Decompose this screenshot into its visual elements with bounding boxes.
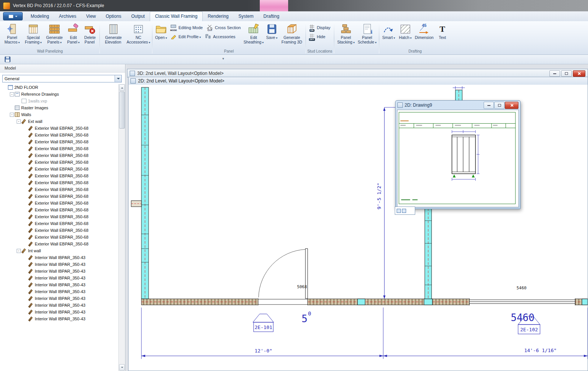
tree-expander[interactable]: - — [17, 249, 21, 253]
drawing9-maximize-button[interactable] — [494, 102, 504, 109]
tree-item[interactable]: Exterior Wall EBPAR_350-68 — [0, 172, 119, 179]
tree-item[interactable]: Exterior Wall EBPAR_350-68 — [0, 125, 119, 132]
tree-expander[interactable] — [23, 174, 28, 178]
hide-studs-button[interactable]: OFF Hide — [307, 33, 333, 41]
tree-item[interactable]: Exterior Wall EBPAR_350-68 — [0, 220, 119, 227]
tree-item[interactable]: Raster Images — [0, 104, 119, 111]
tree-expander[interactable] — [23, 133, 28, 137]
accessories-button[interactable]: Accessories — [203, 33, 237, 41]
tab-view[interactable]: View — [81, 12, 101, 21]
dropdown-arrow-button[interactable] — [115, 75, 121, 82]
floating-window-titlebar[interactable]: 2D: Drawing9 — [396, 101, 520, 109]
tree-expander[interactable] — [23, 215, 28, 219]
tree-expander[interactable] — [23, 126, 28, 130]
tree-expander[interactable] — [23, 181, 28, 185]
drawing9-minimize-button[interactable] — [484, 102, 494, 109]
panel-stacking-button[interactable]: Panel Stacking▾ — [335, 22, 357, 45]
drawing9-canvas[interactable] — [397, 110, 519, 207]
3d-restore-button[interactable] — [561, 70, 572, 77]
display-studs-button[interactable]: ON Display — [307, 23, 333, 32]
model-filter-dropdown[interactable]: General — [2, 75, 122, 82]
tree-expander[interactable] — [23, 154, 28, 158]
tree-expander[interactable] — [23, 222, 28, 226]
tree-expander[interactable] — [23, 201, 28, 205]
tree-item[interactable]: Exterior Wall EBPAR_350-68 — [0, 152, 119, 159]
tree-expander[interactable] — [23, 283, 28, 287]
tree-expander[interactable] — [23, 262, 28, 267]
editing-mode-button[interactable]: MODE Editing Mode — [169, 23, 205, 32]
application-menu-button[interactable] — [3, 12, 23, 20]
edit-profile-button[interactable]: Edit Profile▾ — [169, 33, 203, 41]
tree-item[interactable]: Interior Wall IBPAR_350-43 — [0, 275, 119, 281]
3d-minimize-button[interactable] — [549, 70, 560, 77]
tree-expander[interactable] — [23, 317, 28, 321]
tab-archives[interactable]: Archives — [54, 12, 81, 21]
edit-sheathing-button[interactable]: Edit Sheathing▾ — [243, 22, 264, 45]
tree-expander[interactable] — [23, 208, 28, 212]
tree-item[interactable]: 2ND FLOOR — [0, 84, 119, 91]
text-tool-button[interactable]: T Text — [435, 22, 450, 40]
edit-panel-button[interactable]: Edit Panel▾ — [65, 22, 82, 45]
tree-item[interactable]: Exterior Wall EBPAR_350-68 — [0, 166, 119, 172]
drawing9-close-button[interactable] — [505, 102, 518, 109]
tree-item[interactable]: Interior Wall IBPAR_350-43 — [0, 268, 119, 275]
tree-item[interactable]: - Ext wall — [0, 118, 119, 125]
tree-item[interactable]: - Reference Drawings — [0, 91, 119, 98]
tree-expander[interactable] — [23, 235, 28, 239]
tree-item[interactable]: Exterior Wall EBPAR_350-68 — [0, 138, 119, 145]
nc-accessories-button[interactable]: NC Accessories▾ — [126, 22, 151, 45]
floating-window-drawing9[interactable]: 2D: Drawing9 — [395, 100, 521, 209]
tree-item[interactable]: 1walls.vxp — [0, 98, 119, 104]
hatch-button[interactable]: Hatch▾ — [397, 22, 414, 41]
generate-panels-button[interactable]: Generate Panels▾ — [44, 22, 65, 45]
tree-item[interactable]: Interior Wall IBPAR_350-43 — [0, 254, 119, 261]
tree-item[interactable]: Interior Wall IBPAR_350-43 — [0, 261, 119, 268]
tree-expander[interactable] — [23, 140, 28, 144]
ribbon-collapse-chevron[interactable]: ▾ — [222, 57, 224, 61]
dimension-button[interactable]: 45 Dimension — [414, 22, 435, 40]
tree-expander[interactable]: - — [10, 113, 14, 117]
panel-macros-button[interactable]: Panel Macros▾ — [2, 22, 23, 45]
tree-item[interactable]: Interior Wall IBPAR_350-43 — [0, 288, 119, 295]
tree-expander[interactable] — [3, 85, 7, 90]
window-3d-titlebar[interactable]: 3D: 2nd Level, Wall Layout<Option Model> — [127, 69, 588, 78]
3d-close-button[interactable] — [573, 70, 585, 77]
tree-item[interactable]: Interior Wall IBPAR_350-43 — [0, 302, 119, 309]
tree-item[interactable]: Interior Wall IBPAR_350-43 — [0, 309, 119, 315]
generate-framing-3d-button[interactable]: Generate Framing 3D — [279, 22, 304, 45]
tree-expander[interactable] — [23, 228, 28, 233]
tab-classic-wall-framing[interactable]: Classic Wall Framing — [150, 11, 203, 22]
tree-item[interactable]: Exterior Wall EBPAR_350-68 — [0, 193, 119, 200]
smart-drafting-button[interactable]: Smart▾ — [380, 22, 397, 41]
tab-modeling[interactable]: Modeling — [26, 12, 54, 21]
tree-expander[interactable] — [23, 296, 28, 301]
tab-rendering[interactable]: Rendering — [203, 12, 233, 21]
scroll-down-arrow[interactable] — [119, 364, 125, 371]
generate-elevation-button[interactable]: Generate Elevation — [101, 22, 126, 45]
tree-item[interactable]: Interior Wall IBPAR_350-43 — [0, 281, 119, 288]
tree-expander[interactable] — [17, 99, 21, 103]
tree-expander[interactable] — [23, 290, 28, 294]
tree-item[interactable]: Exterior Wall EBPAR_350-68 — [0, 213, 119, 220]
tree-item[interactable]: Exterior Wall EBPAR_350-68 — [0, 241, 119, 247]
tree-item[interactable]: Interior Wall IBPAR_350-43 — [0, 315, 119, 322]
tree-item[interactable]: Exterior Wall EBPAR_350-68 — [0, 186, 119, 193]
panel-schedule-button[interactable]: i Panel Schedule▾ — [357, 22, 378, 45]
tree-expander[interactable] — [23, 276, 28, 280]
tree-item[interactable]: Exterior Wall EBPAR_350-68 — [0, 145, 119, 152]
window-2d-titlebar[interactable]: 2D: 2nd Level, Wall Layout<Option Model> — [129, 77, 588, 85]
cross-section-button[interactable]: CUT Cross Section — [205, 23, 243, 32]
tree-expander[interactable] — [10, 106, 14, 110]
tree-expander[interactable] — [23, 256, 28, 260]
open-button[interactable]: Open▾ — [154, 22, 169, 41]
tree-scrollbar[interactable] — [118, 84, 125, 371]
tree-expander[interactable] — [23, 194, 28, 199]
tree-item[interactable]: Exterior Wall EBPAR_350-68 — [0, 227, 119, 234]
tree-item[interactable]: Exterior Wall EBPAR_350-68 — [0, 132, 119, 138]
tree-expander[interactable]: - — [17, 120, 21, 124]
quick-save-icon[interactable] — [5, 56, 11, 62]
tab-options[interactable]: Options — [101, 12, 126, 21]
tree-item[interactable]: Interior Wall IBPAR_350-43 — [0, 295, 119, 302]
tree-item[interactable]: - Walls — [0, 111, 119, 118]
special-framing-button[interactable]: Special Framing▾ — [23, 22, 44, 45]
